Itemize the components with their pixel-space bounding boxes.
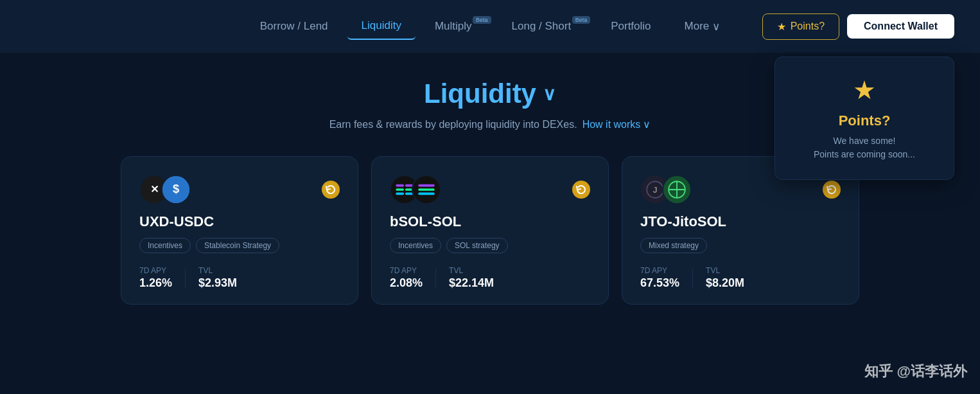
points-popup-title: Points? (839, 112, 891, 129)
svg-rect-7 (396, 193, 404, 195)
nav-right: ★ Points? Connect Wallet (762, 13, 954, 40)
tvl-label-2: TVL (449, 266, 494, 275)
stat-divider-2 (435, 269, 436, 288)
connect-wallet-button[interactable]: Connect Wallet (847, 14, 954, 39)
tvl-value-2: $22.14M (449, 276, 494, 290)
apy-stat-1: 7D APY 1.26% (139, 266, 172, 290)
nav-liquidity[interactable]: Liquidity (347, 13, 416, 40)
stat-divider-3 (692, 269, 693, 288)
subtitle: Earn fees & rewards by deploying liquidi… (329, 118, 651, 130)
svg-rect-5 (396, 184, 404, 187)
page-title-container: Liquidity ∨ (424, 78, 556, 109)
token-icons-1: ✕ $ (139, 175, 191, 204)
apy-value-2: 2.08% (390, 276, 423, 290)
card-tags-3: Mixed strategy (640, 238, 841, 253)
jitosol-token-icon (662, 175, 692, 204)
card-tags-1: Incentives Stablecoin Strategy (139, 238, 340, 253)
usdc-token-icon: $ (161, 175, 191, 204)
svg-rect-6 (396, 188, 404, 191)
sol-token-icon (412, 175, 441, 204)
how-it-works-chevron-icon: ∨ (643, 118, 651, 130)
svg-rect-12 (418, 184, 435, 187)
card-stats-2: 7D APY 2.08% TVL $22.14M (390, 266, 590, 290)
card-title-3: JTO-JitoSOL (640, 213, 841, 230)
card-icon-row-2 (390, 175, 590, 204)
stat-divider-1 (185, 269, 186, 288)
refresh-icon-1[interactable] (322, 181, 340, 199)
apy-value-3: 67.53% (640, 276, 679, 290)
svg-rect-13 (418, 188, 435, 191)
title-chevron-icon[interactable]: ∨ (543, 84, 556, 105)
card-icon-row-1: ✕ $ (139, 175, 340, 204)
tag-stablecoin: Stablecoin Strategy (196, 238, 279, 253)
points-dropdown: ★ Points? We have some! Points are comin… (774, 57, 954, 180)
tag-incentives-1: Incentives (139, 238, 191, 253)
points-button[interactable]: ★ Points? (762, 13, 839, 40)
apy-label-3: 7D APY (640, 266, 679, 275)
nav-portfolio[interactable]: Portfolio (597, 13, 665, 39)
star-icon: ★ (777, 21, 786, 33)
refresh-icon-2[interactable] (572, 181, 590, 199)
svg-text:✕: ✕ (150, 183, 159, 195)
svg-text:J: J (652, 185, 657, 195)
tag-mixed-strategy: Mixed strategy (640, 238, 707, 253)
tvl-stat-1: TVL $2.93M (198, 266, 237, 290)
token-icons-3: J (640, 175, 692, 204)
tvl-value-1: $2.93M (198, 276, 237, 290)
tvl-label-1: TVL (198, 266, 237, 275)
card-title-2: bSOL-SOL (390, 213, 590, 230)
page-title-text: Liquidity (424, 78, 536, 109)
token-icons-2 (390, 175, 441, 204)
nav-more[interactable]: More ∨ (670, 13, 735, 40)
how-it-works-link[interactable]: How it works ∨ (582, 118, 651, 130)
tag-incentives-2: Incentives (390, 238, 441, 253)
points-popup-desc: We have some! Points are coming soon... (814, 134, 915, 161)
tvl-stat-3: TVL $8.20M (706, 266, 744, 290)
card-uxd-usdc[interactable]: ✕ $ (121, 156, 358, 305)
apy-stat-3: 7D APY 67.53% (640, 266, 679, 290)
long-short-beta-badge: Beta (572, 16, 591, 24)
svg-rect-14 (418, 193, 435, 195)
apy-value-1: 1.26% (139, 276, 172, 290)
nav-borrow-lend[interactable]: Borrow / Lend (246, 13, 342, 39)
apy-stat-2: 7D APY 2.08% (390, 266, 423, 290)
multiply-beta-badge: Beta (473, 16, 491, 24)
more-chevron-icon: ∨ (712, 20, 720, 33)
card-stats-3: 7D APY 67.53% TVL $8.20M (640, 266, 841, 290)
apy-label-1: 7D APY (139, 266, 172, 275)
apy-label-2: 7D APY (390, 266, 423, 275)
nav-multiply[interactable]: Multiply Beta (421, 13, 493, 39)
card-tags-2: Incentives SOL strategy (390, 238, 590, 253)
points-star-icon: ★ (853, 75, 876, 105)
tvl-stat-2: TVL $22.14M (449, 266, 494, 290)
tvl-value-3: $8.20M (706, 276, 744, 290)
watermark: 知乎 @话李话外 (864, 362, 967, 381)
card-title-1: UXD-USDC (139, 213, 340, 230)
navbar: Borrow / Lend Liquidity Multiply Beta Lo… (0, 0, 980, 53)
subtitle-text: Earn fees & rewards by deploying liquidi… (329, 119, 577, 130)
tvl-label-3: TVL (706, 266, 744, 275)
nav-long-short[interactable]: Long / Short Beta (498, 13, 592, 39)
tag-sol-strategy: SOL strategy (446, 238, 508, 253)
svg-text:$: $ (173, 182, 179, 195)
card-bsol-sol[interactable]: bSOL-SOL Incentives SOL strategy 7D APY … (371, 156, 609, 305)
refresh-icon-3[interactable] (823, 181, 841, 199)
nav-links: Borrow / Lend Liquidity Multiply Beta Lo… (246, 13, 735, 40)
card-stats-1: 7D APY 1.26% TVL $2.93M (139, 266, 340, 290)
